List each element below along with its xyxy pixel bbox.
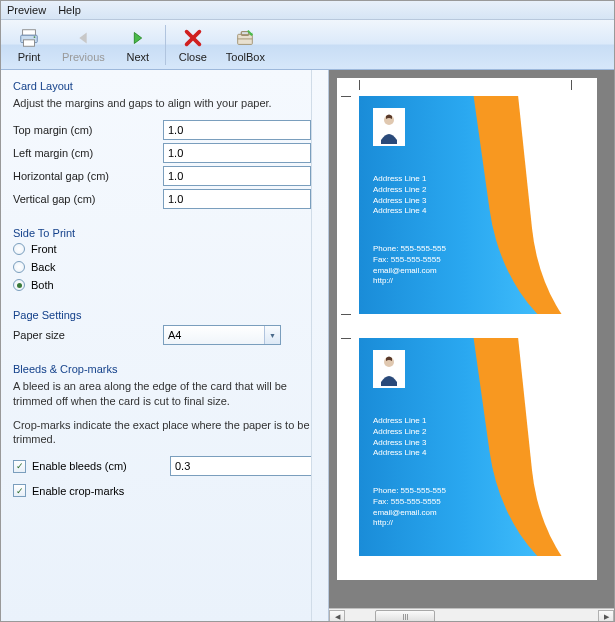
hgap-input[interactable]: ▲▼ xyxy=(163,166,281,186)
main-area: Card Layout Adjust the margins and gaps … xyxy=(1,70,614,622)
previous-button: Previous xyxy=(53,22,114,67)
svg-rect-5 xyxy=(242,32,249,36)
radio-icon xyxy=(13,279,25,291)
vgap-field[interactable] xyxy=(163,189,310,209)
url-line: http:// xyxy=(373,518,446,529)
hgap-label: Horizontal gap (cm) xyxy=(13,170,163,182)
contact-block: Phone: 555-555-555 Fax: 555-555-5555 ema… xyxy=(373,244,446,287)
print-label: Print xyxy=(18,51,41,63)
crop-mark xyxy=(341,338,351,339)
crop-mark xyxy=(341,96,351,97)
spin-up-icon[interactable]: ▲ xyxy=(318,457,324,467)
bleeds-section: Bleeds & Crop-marks A bleed is an area a… xyxy=(13,363,316,497)
card-preview: Address Line 1 Address Line 2 Address Li… xyxy=(359,96,571,314)
radio-back[interactable]: Back xyxy=(13,261,316,273)
radio-front[interactable]: Front xyxy=(13,243,316,255)
phone-line: Phone: 555-555-555 xyxy=(373,244,446,255)
spin-up-icon[interactable]: ▲ xyxy=(311,190,317,200)
email-line: email@email.com xyxy=(373,266,446,277)
scroll-track[interactable] xyxy=(345,610,598,623)
addr-line: Address Line 4 xyxy=(373,448,426,459)
previous-label: Previous xyxy=(62,51,105,63)
settings-panel: Card Layout Adjust the margins and gaps … xyxy=(1,70,329,622)
arrow-left-icon xyxy=(71,26,95,50)
top-margin-input[interactable]: ▲▼ xyxy=(163,120,281,140)
addr-line: Address Line 1 xyxy=(373,416,426,427)
card-preview: Address Line 1 Address Line 2 Address Li… xyxy=(359,338,571,556)
radio-icon xyxy=(13,243,25,255)
svg-rect-2 xyxy=(24,40,35,46)
bleed-value-field[interactable] xyxy=(170,456,317,476)
spin-up-icon[interactable]: ▲ xyxy=(311,144,317,154)
enable-bleeds-checkbox[interactable]: ✓ xyxy=(13,460,26,473)
top-margin-field[interactable] xyxy=(163,120,310,140)
svg-rect-0 xyxy=(23,30,36,36)
scroll-right-icon[interactable]: ▶ xyxy=(598,610,614,623)
enable-bleeds-label: Enable bleeds (cm) xyxy=(32,460,164,472)
left-margin-field[interactable] xyxy=(163,143,310,163)
email-line: email@email.com xyxy=(373,508,446,519)
toolbox-icon xyxy=(233,26,257,50)
contact-block: Phone: 555-555-555 Fax: 555-555-5555 ema… xyxy=(373,486,446,529)
toolbox-button[interactable]: ToolBox xyxy=(217,22,274,67)
radio-front-label: Front xyxy=(31,243,57,255)
spin-down-icon[interactable]: ▼ xyxy=(318,467,324,476)
paper-size-label: Paper size xyxy=(13,329,163,341)
spin-down-icon[interactable]: ▼ xyxy=(311,154,317,163)
toolbar-separator xyxy=(165,25,166,65)
card-layout-desc: Adjust the margins and gaps to align wit… xyxy=(13,96,316,110)
spin-down-icon[interactable]: ▼ xyxy=(311,177,317,186)
radio-back-label: Back xyxy=(31,261,55,273)
address-block: Address Line 1 Address Line 2 Address Li… xyxy=(373,174,426,217)
radio-icon xyxy=(13,261,25,273)
preview-pane: Address Line 1 Address Line 2 Address Li… xyxy=(329,70,614,622)
svg-point-3 xyxy=(34,36,36,38)
fax-line: Fax: 555-555-5555 xyxy=(373,497,446,508)
addr-line: Address Line 3 xyxy=(373,196,426,207)
bleed-value-input[interactable]: ▲▼ xyxy=(170,456,288,476)
next-label: Next xyxy=(126,51,149,63)
spin-down-icon[interactable]: ▼ xyxy=(311,200,317,209)
left-margin-input[interactable]: ▲▼ xyxy=(163,143,281,163)
toolbox-label: ToolBox xyxy=(226,51,265,63)
phone-line: Phone: 555-555-555 xyxy=(373,486,446,497)
close-button[interactable]: Close xyxy=(169,22,217,67)
close-label: Close xyxy=(179,51,207,63)
addr-line: Address Line 2 xyxy=(373,427,426,438)
hgap-field[interactable] xyxy=(163,166,310,186)
vgap-label: Vertical gap (cm) xyxy=(13,193,163,205)
spin-up-icon[interactable]: ▲ xyxy=(311,121,317,131)
crop-mark xyxy=(571,80,572,90)
menu-help[interactable]: Help xyxy=(58,4,81,16)
menu-preview[interactable]: Preview xyxy=(7,4,46,16)
radio-both[interactable]: Both xyxy=(13,279,316,291)
page-settings-section: Page Settings Paper size A4 ▼ xyxy=(13,309,316,345)
arrow-right-icon xyxy=(126,26,150,50)
radio-both-label: Both xyxy=(31,279,54,291)
print-button[interactable]: Print xyxy=(5,22,53,67)
bleeds-title: Bleeds & Crop-marks xyxy=(13,363,316,375)
chevron-down-icon: ▼ xyxy=(264,326,280,344)
enable-crop-checkbox[interactable]: ✓ xyxy=(13,484,26,497)
paper-size-select[interactable]: A4 ▼ xyxy=(163,325,281,345)
toolbar: Print Previous Next Close ToolBox xyxy=(1,20,614,70)
spin-down-icon[interactable]: ▼ xyxy=(311,131,317,140)
menubar: Preview Help xyxy=(1,1,614,20)
printer-icon xyxy=(17,26,41,50)
scroll-thumb[interactable] xyxy=(375,610,435,623)
photo-placeholder xyxy=(373,350,405,388)
url-line: http:// xyxy=(373,276,446,287)
address-block: Address Line 1 Address Line 2 Address Li… xyxy=(373,416,426,459)
paper-preview: Address Line 1 Address Line 2 Address Li… xyxy=(337,78,597,580)
photo-placeholder xyxy=(373,108,405,146)
addr-line: Address Line 1 xyxy=(373,174,426,185)
spin-up-icon[interactable]: ▲ xyxy=(311,167,317,177)
vgap-input[interactable]: ▲▼ xyxy=(163,189,281,209)
fax-line: Fax: 555-555-5555 xyxy=(373,255,446,266)
scroll-left-icon[interactable]: ◀ xyxy=(329,610,345,623)
horizontal-scrollbar[interactable]: ◀ ▶ xyxy=(329,608,614,622)
next-button[interactable]: Next xyxy=(114,22,162,67)
crop-mark xyxy=(359,80,360,90)
crop-mark xyxy=(341,314,351,315)
enable-crop-label: Enable crop-marks xyxy=(32,485,124,497)
